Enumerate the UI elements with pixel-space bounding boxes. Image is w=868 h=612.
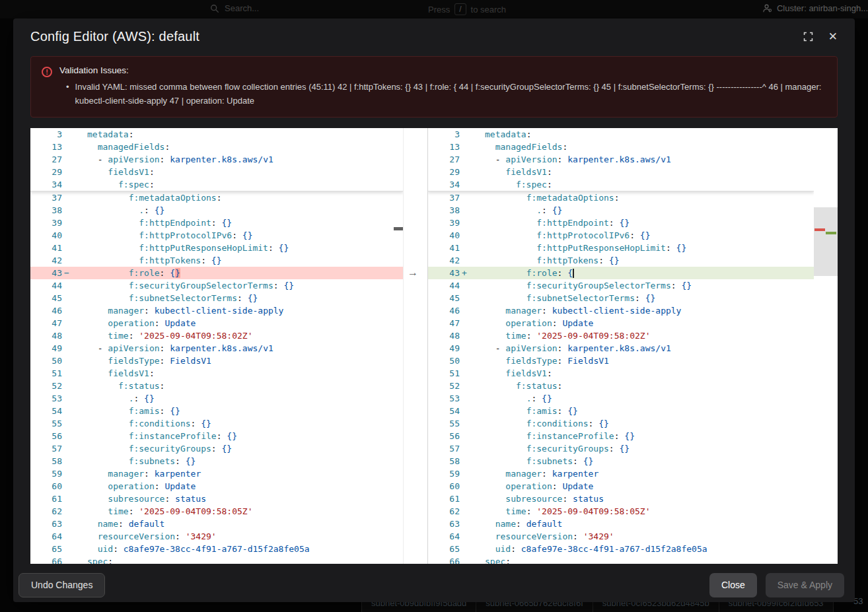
code-line[interactable]: 55 f:conditions: {}	[428, 417, 814, 430]
line-number: 61	[428, 493, 460, 505]
code-line[interactable]: 59 manager: karpenter	[428, 467, 814, 480]
code-line[interactable]: 58 f:subnets: {}	[30, 455, 403, 467]
code-line[interactable]: 40 f:httpProtocolIPv6: {}	[30, 229, 403, 242]
line-number: 60	[30, 480, 62, 493]
code-line[interactable]: 55 f:conditions: {}	[30, 417, 403, 430]
code-line[interactable]: 45 f:subnetSelectorTerms: {}	[30, 292, 403, 304]
code-line[interactable]: 42 f:httpTokens: {}	[428, 254, 814, 267]
sticky-code-line[interactable]: 27 - apiVersion: karpenter.k8s.aws/v1	[30, 153, 403, 166]
code-line[interactable]: 49 - apiVersion: karpenter.k8s.aws/v1	[428, 342, 814, 355]
diff-sign	[62, 355, 71, 367]
line-number: 44	[30, 279, 62, 292]
sticky-code-line[interactable]: 3metadata:	[30, 128, 403, 141]
code-line[interactable]: 42 f:httpTokens: {}	[30, 254, 403, 267]
overview-ruler[interactable]	[814, 128, 838, 564]
code-line[interactable]: 52 f:status:	[30, 380, 403, 392]
line-number: 51	[30, 367, 62, 380]
line-number: 54	[30, 405, 62, 417]
code-text: manager: karpenter	[71, 467, 403, 480]
line-number: 34	[428, 178, 460, 191]
sticky-code-line[interactable]: 34 f:spec:	[428, 178, 814, 191]
code-line[interactable]: 46 manager: kubectl-client-side-apply	[428, 304, 814, 317]
code-line[interactable]: 54 f:amis: {}	[30, 405, 403, 417]
code-line[interactable]: 37 f:metadataOptions:	[428, 191, 814, 204]
code-line[interactable]: 49 - apiVersion: karpenter.k8s.aws/v1	[30, 342, 403, 355]
code-line[interactable]: 38 .: {}	[30, 204, 403, 217]
code-line[interactable]: 43+ f:role: {	[428, 267, 814, 279]
code-line[interactable]: 46 manager: kubectl-client-side-apply	[30, 304, 403, 317]
code-text: f:role: {}	[71, 267, 403, 279]
code-line[interactable]: 56 f:instanceProfile: {}	[30, 430, 403, 442]
sticky-code-line[interactable]: 34 f:spec:	[30, 178, 403, 191]
code-line[interactable]: 43− f:role: {}	[30, 267, 403, 279]
sticky-code-line[interactable]: 29 fieldsV1:	[428, 166, 814, 178]
line-number: 52	[30, 380, 62, 392]
code-line[interactable]: 41 f:httpPutResponseHopLimit: {}	[30, 242, 403, 254]
code-line[interactable]: 57 f:securityGroups: {}	[428, 442, 814, 455]
code-line[interactable]: 60 operation: Update	[428, 480, 814, 493]
code-line[interactable]: 61 subresource: status	[30, 493, 403, 505]
code-line[interactable]: 50 fieldsType: FieldsV1	[428, 355, 814, 367]
code-line[interactable]: 51 fieldsV1:	[428, 367, 814, 380]
revert-change-arrow-icon[interactable]: →	[408, 266, 418, 279]
code-line[interactable]: 66spec:	[30, 555, 403, 564]
modal-header: Config Editor (AWS): default ✕	[13, 18, 855, 44]
code-line[interactable]: 44 f:securityGroupSelectorTerms: {}	[30, 279, 403, 292]
original-editor-pane[interactable]: 3metadata:13 managedFields:27 - apiVersi…	[30, 128, 404, 564]
code-line[interactable]: 61 subresource: status	[428, 493, 814, 505]
code-line[interactable]: 40 f:httpProtocolIPv6: {}	[428, 229, 814, 242]
code-line[interactable]: 64 resourceVersion: '3429'	[30, 530, 403, 543]
code-text: time: '2025-09-04T09:58:02Z'	[469, 329, 814, 342]
save-apply-button[interactable]: Save & Apply	[766, 573, 844, 597]
yaml-diff-editor[interactable]: 3metadata:13 managedFields:27 - apiVersi…	[30, 128, 838, 564]
code-line[interactable]: 48 time: '2025-09-04T09:58:02Z'	[428, 329, 814, 342]
code-text: f:httpTokens: {}	[469, 254, 814, 267]
code-line[interactable]: 62 time: '2025-09-04T09:58:05Z'	[428, 505, 814, 518]
code-line[interactable]: 62 time: '2025-09-04T09:58:05Z'	[30, 505, 403, 518]
sticky-code-line[interactable]: 13 managedFields:	[30, 141, 403, 153]
modified-editor-pane[interactable]: 3metadata:13 managedFields:27 - apiVersi…	[428, 128, 814, 564]
code-line[interactable]: 57 f:securityGroups: {}	[30, 442, 403, 455]
code-line[interactable]: 54 f:amis: {}	[428, 405, 814, 417]
close-icon[interactable]: ✕	[828, 31, 838, 42]
code-line[interactable]: 65 uid: c8afe97e-38cc-4f91-a767-d15f2a8f…	[428, 543, 814, 555]
code-line[interactable]: 50 fieldsType: FieldsV1	[30, 355, 403, 367]
code-text: resourceVersion: '3429'	[469, 530, 814, 543]
code-line[interactable]: 52 f:status:	[428, 380, 814, 392]
code-line[interactable]: 45 f:subnetSelectorTerms: {}	[428, 292, 814, 304]
code-line[interactable]: 60 operation: Update	[30, 480, 403, 493]
code-line[interactable]: 56 f:instanceProfile: {}	[428, 430, 814, 442]
code-line[interactable]: 47 operation: Update	[30, 317, 403, 329]
code-line[interactable]: 63 name: default	[428, 518, 814, 530]
code-line[interactable]: 44 f:securityGroupSelectorTerms: {}	[428, 279, 814, 292]
code-line[interactable]: 63 name: default	[30, 518, 403, 530]
code-line[interactable]: 53 .: {}	[428, 392, 814, 405]
code-line[interactable]: 41 f:httpPutResponseHopLimit: {}	[428, 242, 814, 254]
diff-sign	[460, 292, 469, 304]
sticky-code-line[interactable]: 3metadata:	[428, 128, 814, 141]
scrollbar-slider[interactable]	[814, 207, 838, 276]
code-line[interactable]: 66spec:	[428, 555, 814, 564]
line-number: 37	[30, 191, 62, 204]
code-line[interactable]: 47 operation: Update	[428, 317, 814, 329]
code-line[interactable]: 37 f:metadataOptions:	[30, 191, 403, 204]
close-button[interactable]: Close	[709, 573, 757, 597]
code-line[interactable]: 51 fieldsV1:	[30, 367, 403, 380]
undo-changes-button[interactable]: Undo Changes	[18, 573, 105, 597]
line-number: 46	[30, 304, 62, 317]
sticky-code-line[interactable]: 27 - apiVersion: karpenter.k8s.aws/v1	[428, 153, 814, 166]
code-text: f:subnets: {}	[469, 455, 814, 467]
fullscreen-expand-button[interactable]	[803, 31, 814, 42]
code-line[interactable]: 38 .: {}	[428, 204, 814, 217]
code-line[interactable]: 48 time: '2025-09-04T09:58:02Z'	[30, 329, 403, 342]
sticky-code-line[interactable]: 29 fieldsV1:	[30, 166, 403, 178]
code-line[interactable]: 39 f:httpEndpoint: {}	[428, 217, 814, 229]
code-line[interactable]: 65 uid: c8afe97e-38cc-4f91-a767-d15f2a8f…	[30, 543, 403, 555]
line-number: 64	[30, 530, 62, 543]
code-line[interactable]: 39 f:httpEndpoint: {}	[30, 217, 403, 229]
code-line[interactable]: 64 resourceVersion: '3429'	[428, 530, 814, 543]
code-line[interactable]: 53 .: {}	[30, 392, 403, 405]
code-line[interactable]: 58 f:subnets: {}	[428, 455, 814, 467]
code-line[interactable]: 59 manager: karpenter	[30, 467, 403, 480]
sticky-code-line[interactable]: 13 managedFields:	[428, 141, 814, 153]
